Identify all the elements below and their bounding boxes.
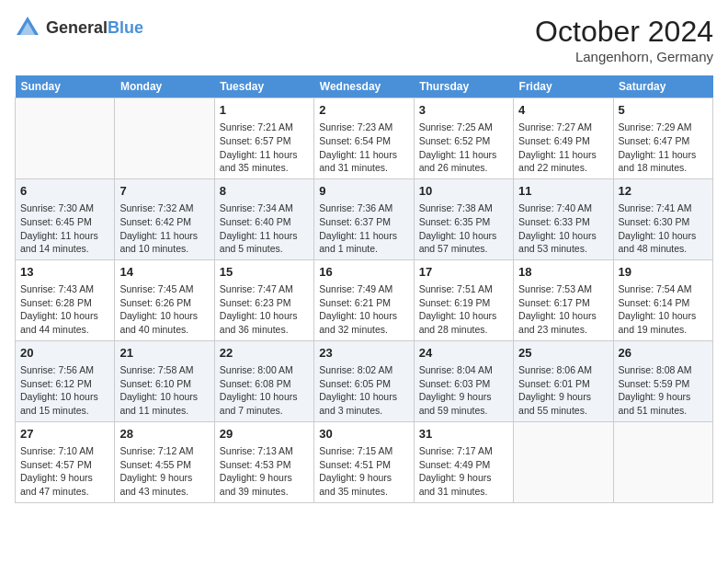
day-info: Sunset: 6:26 PM	[119, 296, 209, 310]
day-info: Sunset: 6:01 PM	[518, 377, 608, 391]
table-row: 18Sunrise: 7:53 AMSunset: 6:17 PMDayligh…	[514, 259, 613, 340]
day-info: Sunrise: 7:40 AM	[518, 201, 608, 215]
day-number: 29	[220, 426, 309, 442]
table-row: 14Sunrise: 7:45 AMSunset: 6:26 PMDayligh…	[115, 259, 214, 340]
day-number: 30	[319, 426, 408, 442]
table-row: 17Sunrise: 7:51 AMSunset: 6:19 PMDayligh…	[414, 259, 513, 340]
day-info: Sunrise: 7:58 AM	[119, 363, 209, 377]
day-info: Sunset: 6:47 PM	[619, 134, 708, 148]
day-info: Daylight: 10 hours and 23 minutes.	[518, 309, 608, 336]
day-info: Sunrise: 7:32 AM	[119, 201, 209, 215]
day-info: Sunset: 5:59 PM	[619, 377, 708, 391]
day-info: Sunrise: 8:00 AM	[220, 363, 309, 377]
day-info: Sunset: 6:05 PM	[319, 377, 408, 391]
table-row: 8Sunrise: 7:34 AMSunset: 6:40 PMDaylight…	[214, 178, 313, 259]
day-info: Sunrise: 7:53 AM	[518, 282, 608, 296]
table-row	[514, 421, 613, 502]
table-row: 22Sunrise: 8:00 AMSunset: 6:08 PMDayligh…	[214, 340, 313, 421]
day-info: Sunrise: 7:30 AM	[20, 201, 109, 215]
table-row: 6Sunrise: 7:30 AMSunset: 6:45 PMDaylight…	[16, 178, 115, 259]
day-number: 23	[319, 345, 408, 362]
col-saturday: Saturday	[613, 75, 712, 98]
day-info: Sunrise: 7:41 AM	[619, 201, 708, 215]
table-row: 29Sunrise: 7:13 AMSunset: 4:53 PMDayligh…	[214, 421, 313, 502]
day-info: Sunset: 6:10 PM	[119, 377, 209, 391]
table-row: 27Sunrise: 7:10 AMSunset: 4:57 PMDayligh…	[16, 421, 115, 502]
day-info: Daylight: 11 hours and 10 minutes.	[119, 229, 209, 256]
day-info: Sunrise: 7:17 AM	[419, 444, 508, 458]
day-number: 8	[220, 183, 309, 200]
day-info: Daylight: 10 hours and 32 minutes.	[319, 309, 408, 336]
table-row: 24Sunrise: 8:04 AMSunset: 6:03 PMDayligh…	[414, 340, 513, 421]
table-row: 3Sunrise: 7:25 AMSunset: 6:52 PMDaylight…	[414, 98, 513, 179]
day-info: Daylight: 10 hours and 48 minutes.	[619, 229, 708, 256]
day-number: 7	[119, 183, 209, 200]
logo: GeneralBlue	[15, 15, 143, 40]
day-info: Sunset: 6:17 PM	[518, 296, 608, 310]
table-row: 31Sunrise: 7:17 AMSunset: 4:49 PMDayligh…	[414, 421, 513, 502]
day-info: Sunrise: 7:45 AM	[119, 282, 209, 296]
month-title: October 2024	[535, 15, 713, 49]
day-info: Daylight: 10 hours and 19 minutes.	[619, 309, 708, 336]
day-info: Daylight: 10 hours and 40 minutes.	[119, 309, 209, 336]
calendar-week-row: 13Sunrise: 7:43 AMSunset: 6:28 PMDayligh…	[16, 259, 713, 340]
day-number: 25	[518, 345, 608, 362]
col-thursday: Thursday	[414, 75, 513, 98]
table-row	[115, 98, 214, 179]
day-info: Daylight: 11 hours and 5 minutes.	[220, 229, 309, 256]
day-info: Sunset: 6:40 PM	[220, 215, 309, 229]
day-number: 14	[119, 264, 209, 281]
day-info: Sunrise: 7:13 AM	[220, 444, 309, 458]
day-info: Daylight: 9 hours and 59 minutes.	[419, 390, 508, 417]
day-info: Daylight: 9 hours and 51 minutes.	[619, 390, 708, 417]
day-info: Sunset: 4:51 PM	[319, 458, 408, 472]
logo-icon	[15, 15, 40, 40]
day-info: Daylight: 9 hours and 31 minutes.	[419, 471, 508, 498]
col-monday: Monday	[115, 75, 214, 98]
day-info: Sunrise: 7:43 AM	[20, 282, 109, 296]
day-info: Sunset: 6:37 PM	[319, 215, 408, 229]
title-block: October 2024 Langenhorn, Germany	[535, 15, 713, 64]
table-row: 25Sunrise: 8:06 AMSunset: 6:01 PMDayligh…	[514, 340, 613, 421]
day-number: 28	[119, 426, 209, 442]
day-info: Sunrise: 7:34 AM	[220, 201, 309, 215]
table-row: 19Sunrise: 7:54 AMSunset: 6:14 PMDayligh…	[613, 259, 712, 340]
day-number: 24	[419, 345, 508, 362]
day-number: 18	[518, 264, 608, 281]
day-number: 16	[319, 264, 408, 281]
day-info: Daylight: 11 hours and 1 minute.	[319, 229, 408, 256]
day-info: Sunset: 6:12 PM	[20, 377, 109, 391]
col-wednesday: Wednesday	[314, 75, 414, 98]
calendar-week-row: 27Sunrise: 7:10 AMSunset: 4:57 PMDayligh…	[16, 421, 713, 502]
day-info: Sunset: 6:08 PM	[220, 377, 309, 391]
day-info: Sunset: 4:57 PM	[20, 458, 109, 472]
day-info: Sunrise: 7:38 AM	[419, 201, 508, 215]
day-info: Sunset: 6:45 PM	[20, 215, 109, 229]
day-number: 31	[419, 426, 508, 442]
location-title: Langenhorn, Germany	[535, 49, 713, 64]
table-row: 5Sunrise: 7:29 AMSunset: 6:47 PMDaylight…	[613, 98, 712, 179]
table-row: 2Sunrise: 7:23 AMSunset: 6:54 PMDaylight…	[314, 98, 414, 179]
day-number: 4	[518, 102, 608, 119]
day-number: 26	[619, 345, 708, 362]
day-info: Sunrise: 7:49 AM	[319, 282, 408, 296]
day-number: 21	[119, 345, 209, 362]
day-info: Sunrise: 8:04 AM	[419, 363, 508, 377]
day-number: 3	[419, 102, 508, 119]
day-number: 13	[20, 264, 109, 281]
day-number: 15	[220, 264, 309, 281]
day-info: Sunset: 6:49 PM	[518, 134, 608, 148]
logo-general: General	[46, 18, 108, 37]
calendar-week-row: 1Sunrise: 7:21 AMSunset: 6:57 PMDaylight…	[16, 98, 713, 179]
day-info: Daylight: 10 hours and 28 minutes.	[419, 309, 508, 336]
day-info: Daylight: 11 hours and 14 minutes.	[20, 229, 109, 256]
day-info: Sunset: 6:14 PM	[619, 296, 708, 310]
day-number: 17	[419, 264, 508, 281]
day-number: 1	[220, 102, 309, 119]
day-info: Daylight: 10 hours and 7 minutes.	[220, 390, 309, 417]
day-info: Sunset: 6:19 PM	[419, 296, 508, 310]
table-row: 16Sunrise: 7:49 AMSunset: 6:21 PMDayligh…	[314, 259, 414, 340]
day-number: 2	[319, 102, 408, 119]
table-row: 26Sunrise: 8:08 AMSunset: 5:59 PMDayligh…	[613, 340, 712, 421]
day-info: Sunrise: 8:02 AM	[319, 363, 408, 377]
